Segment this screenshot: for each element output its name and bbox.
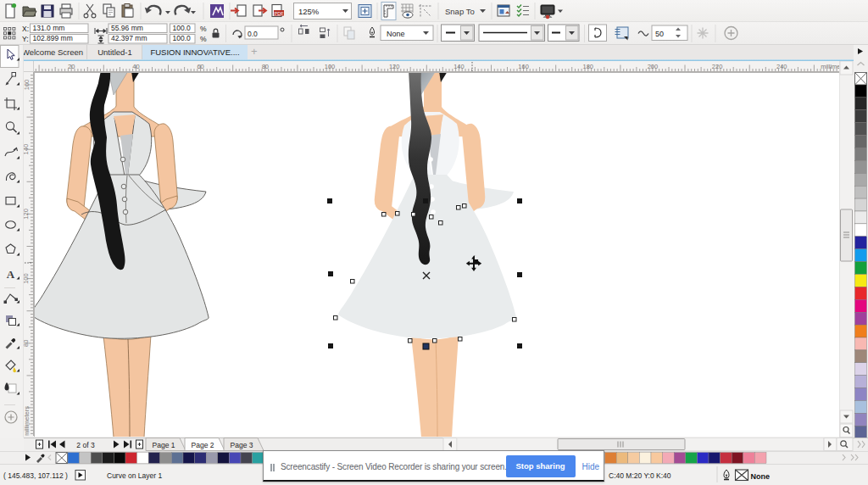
- svg-text:Curve on Layer 1: Curve on Layer 1: [107, 471, 162, 480]
- svg-text:125%: 125%: [298, 7, 320, 16]
- svg-text:A: A: [7, 268, 15, 281]
- svg-text:None: None: [387, 30, 405, 38]
- svg-text:100.0: 100.0: [173, 34, 192, 42]
- svg-text:Page 2: Page 2: [192, 441, 214, 449]
- svg-text:X:: X:: [22, 25, 29, 33]
- svg-text:100.0: 100.0: [173, 24, 192, 32]
- svg-text:131.0 mm: 131.0 mm: [33, 24, 65, 32]
- svg-text:200: 200: [648, 63, 659, 70]
- svg-text:Page 3: Page 3: [231, 441, 253, 449]
- svg-text:%: %: [200, 25, 207, 33]
- svg-text:100: 100: [325, 63, 336, 70]
- svg-text:0.0: 0.0: [248, 30, 258, 38]
- svg-text:80: 80: [24, 340, 31, 347]
- svg-text:C:40 M:20 Y:0 K:40: C:40 M:20 Y:0 K:40: [609, 471, 671, 480]
- svg-text:Page 1: Page 1: [153, 441, 175, 449]
- svg-text:240: 240: [776, 63, 787, 70]
- svg-text:160: 160: [24, 80, 31, 91]
- svg-text:( 145.483, 107.112 ): ( 145.483, 107.112 ): [3, 471, 68, 480]
- svg-text:%: %: [200, 35, 207, 43]
- svg-text:None: None: [751, 472, 771, 481]
- svg-text:millimeters: millimeters: [24, 406, 31, 436]
- svg-text:120: 120: [389, 63, 400, 70]
- svg-text:180: 180: [583, 63, 594, 70]
- svg-text:60: 60: [197, 63, 203, 70]
- svg-text:2 of 3: 2 of 3: [76, 441, 95, 449]
- svg-text:120: 120: [24, 209, 31, 220]
- svg-text:Y:: Y:: [22, 35, 29, 43]
- svg-text:40: 40: [132, 63, 139, 70]
- svg-text:50: 50: [655, 30, 664, 38]
- svg-text:140: 140: [453, 63, 465, 70]
- svg-text:PDF: PDF: [275, 11, 285, 16]
- svg-text:55.96 mm: 55.96 mm: [111, 24, 143, 32]
- svg-text:80: 80: [262, 63, 269, 70]
- svg-text:140: 140: [24, 144, 31, 155]
- svg-text:42.397 mm: 42.397 mm: [111, 34, 147, 42]
- svg-text:160: 160: [518, 63, 529, 70]
- svg-text:20: 20: [68, 63, 75, 70]
- svg-text:220: 220: [712, 63, 723, 70]
- svg-text:Snap To: Snap To: [445, 7, 475, 16]
- svg-text:100: 100: [24, 273, 31, 284]
- svg-text:102.899 mm: 102.899 mm: [33, 34, 73, 42]
